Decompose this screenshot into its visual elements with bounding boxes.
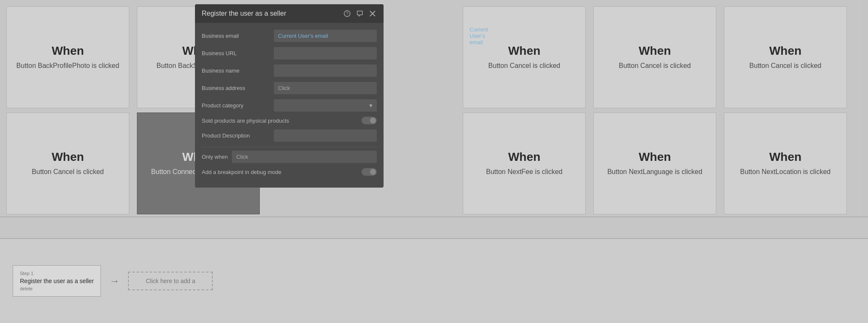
business-name-input[interactable] — [274, 65, 377, 77]
business-email-input[interactable] — [274, 30, 377, 42]
close-icon[interactable] — [368, 9, 377, 18]
only-when-value: Click — [236, 154, 248, 160]
product-description-label: Product Description — [202, 132, 270, 139]
business-email-row: Business email Current User's email — [202, 30, 377, 42]
business-address-row: Business address Click — [202, 82, 377, 94]
modal-title: Register the user as a seller — [202, 10, 286, 17]
business-address-input[interactable]: Click — [274, 82, 377, 94]
modal-body: Business email Current User's email Busi… — [195, 23, 384, 188]
business-email-label: Business email — [202, 33, 270, 39]
canvas-area: When Button BackProfilePhoto is clicked … — [0, 0, 868, 323]
modal-header: Register the user as a seller ? — [195, 4, 384, 23]
svg-text:?: ? — [346, 11, 348, 16]
modal-dialog: Register the user as a seller ? — [195, 4, 384, 188]
business-address-label: Business address — [202, 85, 270, 91]
sold-products-row: Sold products are physical products — [202, 117, 377, 124]
product-category-row: Product category ▼ — [202, 99, 377, 112]
business-url-row: Business URL — [202, 47, 377, 59]
product-category-select[interactable] — [274, 99, 377, 112]
breakpoint-toggle[interactable] — [362, 168, 377, 176]
business-address-value: Click — [278, 85, 290, 91]
business-url-input[interactable] — [274, 47, 377, 59]
business-name-row: Business name — [202, 65, 377, 77]
sold-products-toggle[interactable] — [362, 117, 377, 124]
help-icon[interactable]: ? — [343, 9, 351, 18]
product-category-wrapper: ▼ — [274, 99, 377, 112]
breakpoint-row: Add a breakpoint in debug mode — [202, 168, 377, 176]
business-url-label: Business URL — [202, 50, 270, 56]
product-category-label: Product category — [202, 102, 270, 109]
comment-icon[interactable] — [356, 9, 364, 18]
business-email-value: Current User's email — [470, 26, 488, 45]
product-description-input[interactable] — [274, 129, 377, 142]
only-when-label: Only when — [202, 154, 228, 160]
modal-header-icons: ? — [343, 9, 377, 18]
sold-products-label: Sold products are physical products — [202, 118, 357, 124]
product-description-row: Product Description — [202, 129, 377, 142]
divider — [202, 147, 377, 147]
modal-overlay — [0, 0, 868, 323]
business-name-label: Business name — [202, 67, 270, 74]
only-when-row: Only when Click — [202, 151, 377, 163]
only-when-input[interactable]: Click — [232, 151, 377, 163]
breakpoint-label: Add a breakpoint in debug mode — [202, 169, 357, 175]
